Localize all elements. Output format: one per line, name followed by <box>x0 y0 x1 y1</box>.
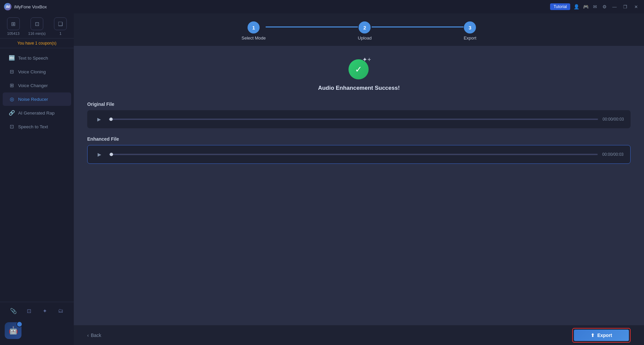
mins-value: 116 min(s) <box>28 31 46 36</box>
paperclip-icon[interactable]: 📎 <box>8 305 19 316</box>
ai-rap-icon: 🔗 <box>9 110 15 116</box>
step-line-2 <box>372 26 464 27</box>
stat-mins: ⊡ 116 min(s) <box>28 17 46 36</box>
step-select-mode: 1 Select Mode <box>241 21 266 41</box>
enhanced-audio-player: ▶ 00:00/00:03 <box>87 145 631 164</box>
export-label: Export <box>597 333 612 338</box>
step-circle-1: 1 <box>248 21 260 33</box>
speech-to-text-icon: ⊡ <box>9 124 15 130</box>
sidebar-item-voice-changer[interactable]: ⊞ Voice Changer <box>3 79 71 92</box>
stat-chars: ⊞ 105413 <box>7 17 20 36</box>
app-title: iMyFone VoxBox <box>14 4 47 9</box>
discord-icon[interactable]: 🎮 <box>582 3 589 10</box>
chars-icon: ⊞ <box>7 17 20 30</box>
voice-cloning-icon: ⊟ <box>9 69 15 75</box>
briefcase-icon[interactable]: 🗂 <box>55 305 66 316</box>
main-layout: ⊞ 105413 ⊡ 116 min(s) ❏ 1 You have 1 cou… <box>0 13 644 345</box>
original-progress-bar[interactable] <box>109 119 598 120</box>
coupon-bar: You have 1 coupon(s) <box>0 39 74 48</box>
shuffle-icon[interactable]: ✦ <box>40 305 50 316</box>
title-bar-right: Tutorial 👤 🎮 ✉ ⚙ — ❐ ✕ <box>550 3 640 11</box>
sidebar-item-noise-reducer[interactable]: ◎ Noise Reducer <box>3 92 71 106</box>
step-line-1 <box>266 26 358 27</box>
enhanced-file-label: Enhanced File <box>87 136 631 142</box>
step-circle-2: 2 <box>359 21 371 33</box>
success-icon-wrapper: ✓ ✦+ <box>347 56 371 80</box>
speech-to-text-label: Speech to Text <box>18 124 48 129</box>
export-icon: ⬆ <box>591 333 595 338</box>
step-label-2: Upload <box>358 36 372 41</box>
original-play-button[interactable]: ▶ <box>94 114 104 124</box>
count-icon: ❏ <box>54 17 67 30</box>
noise-reducer-icon: ◎ <box>9 96 15 102</box>
chars-value: 105413 <box>7 31 19 36</box>
voice-changer-icon: ⊞ <box>9 82 15 88</box>
bottom-nav: 📎 ⊡ ✦ 🗂 <box>0 302 74 320</box>
back-button[interactable]: ‹ Back <box>87 333 101 338</box>
mail-icon[interactable]: ✉ <box>592 3 598 10</box>
original-time-display: 00:00/00:03 <box>603 117 624 122</box>
maximize-button[interactable]: ❐ <box>621 3 629 11</box>
stat-count: ❏ 1 <box>54 17 67 36</box>
back-label: Back <box>91 333 101 338</box>
original-file-label: Original File <box>87 101 631 107</box>
enhanced-file-section: Enhanced File ▶ 00:00/00:03 <box>87 136 631 164</box>
sidebar-item-text-to-speech[interactable]: 🔤 Text to Speech <box>3 51 71 65</box>
app-logo: iM <box>4 3 11 10</box>
stepper: 1 Select Mode 2 Upload 3 Export <box>241 21 476 41</box>
enhanced-progress-bar[interactable] <box>109 154 598 155</box>
settings-icon[interactable]: ⚙ <box>601 3 608 10</box>
stats-row: ⊞ 105413 ⊡ 116 min(s) ❏ 1 <box>0 13 74 39</box>
content-area: 1 Select Mode 2 Upload 3 Export <box>74 13 644 345</box>
sidebar-item-voice-cloning[interactable]: ⊟ Voice Cloning <box>3 65 71 78</box>
count-value: 1 <box>59 31 61 36</box>
title-bar-left: iM iMyFone VoxBox <box>4 3 47 10</box>
original-progress-dot <box>109 118 113 121</box>
text-to-speech-label: Text to Speech <box>18 56 48 61</box>
success-title: Audio Enhancement Success! <box>318 85 400 91</box>
export-button[interactable]: ⬆ Export <box>574 330 629 341</box>
success-section: ✓ ✦+ Audio Enhancement Success! <box>87 56 631 91</box>
loop-icon[interactable]: ⊡ <box>24 305 35 316</box>
tutorial-button[interactable]: Tutorial <box>550 3 570 10</box>
step-label-3: Export <box>464 36 476 41</box>
stepper-bar: 1 Select Mode 2 Upload 3 Export <box>74 13 644 46</box>
back-arrow-icon: ‹ <box>87 333 89 338</box>
original-audio-player: ▶ 00:00/00:03 <box>87 110 631 128</box>
bot-icon: 🤖 <box>5 322 21 339</box>
enhanced-time-display: 00:00/00:03 <box>602 152 624 157</box>
user-icon[interactable]: 👤 <box>573 3 580 10</box>
bot-avatar: 🤖 <box>0 320 74 342</box>
sparkle-icon: ✦+ <box>362 56 371 63</box>
footer-bar: ‹ Back ⬆ Export <box>74 325 644 345</box>
export-button-wrapper: ⬆ Export <box>572 328 631 343</box>
sidebar-item-speech-to-text[interactable]: ⊡ Speech to Text <box>3 120 71 133</box>
title-bar: iM iMyFone VoxBox Tutorial 👤 🎮 ✉ ⚙ — ❐ ✕ <box>0 0 644 13</box>
ai-rap-label: AI Generated Rap <box>18 111 55 116</box>
mins-icon: ⊡ <box>31 17 43 30</box>
sidebar-item-ai-generated-rap[interactable]: 🔗 AI Generated Rap <box>3 106 71 120</box>
enhanced-play-button[interactable]: ▶ <box>94 149 104 159</box>
voice-changer-label: Voice Changer <box>18 83 48 88</box>
step-circle-3: 3 <box>464 21 476 33</box>
step-label-1: Select Mode <box>241 36 266 41</box>
noise-reducer-label: Noise Reducer <box>18 97 48 102</box>
sidebar: ⊞ 105413 ⊡ 116 min(s) ❏ 1 You have 1 cou… <box>0 13 74 345</box>
voice-cloning-label: Voice Cloning <box>18 69 46 74</box>
nav-section: 🔤 Text to Speech ⊟ Voice Cloning ⊞ Voice… <box>0 48 74 302</box>
original-file-section: Original File ▶ 00:00/00:03 <box>87 101 631 128</box>
step-upload: 2 Upload <box>358 21 372 41</box>
text-to-speech-icon: 🔤 <box>9 55 15 61</box>
minimize-button[interactable]: — <box>610 3 619 11</box>
enhanced-progress-dot <box>110 153 113 156</box>
step-export: 3 Export <box>464 21 476 41</box>
close-button[interactable]: ✕ <box>632 3 640 11</box>
main-panel: ✓ ✦+ Audio Enhancement Success! Original… <box>74 46 644 325</box>
